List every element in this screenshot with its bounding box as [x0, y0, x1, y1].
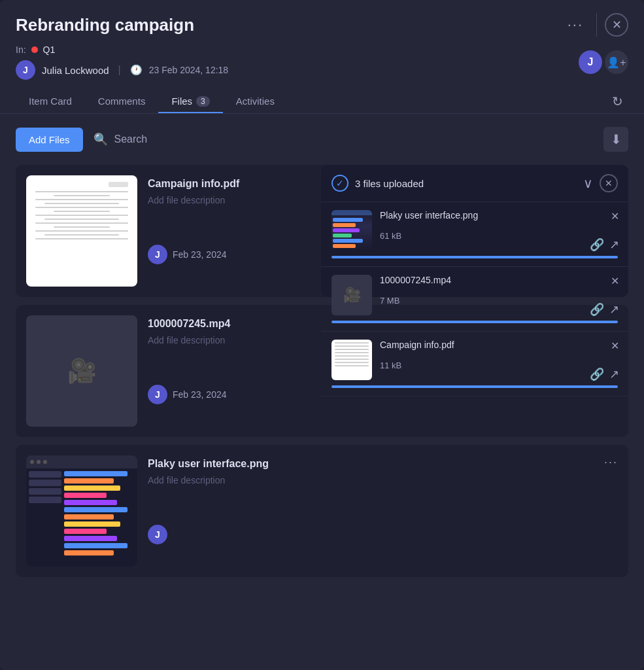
file-menu-button-png[interactable]: ··· — [604, 455, 618, 469]
pdf-line-8 — [44, 219, 119, 220]
upload-file-info-png: Plaky user interface.png 61 kB — [380, 210, 618, 241]
upload-close-pdf[interactable]: ✕ — [611, 340, 619, 352]
close-button[interactable]: ✕ — [605, 13, 628, 37]
big-screenshot-preview — [26, 455, 137, 567]
pdf-line-12 — [44, 234, 119, 236]
tab-files-badge: 3 — [196, 96, 210, 107]
bs-row-5 — [64, 500, 117, 505]
video-preview: 🎥 — [26, 315, 137, 427]
progress-bar-png — [331, 256, 618, 258]
app-container: Rebranding campaign ··· ✕ In: Q1 J Julia… — [0, 0, 644, 670]
bs-row-12 — [64, 550, 114, 555]
upload-close-button[interactable]: ✕ — [600, 174, 618, 192]
pdf-line-4 — [44, 203, 119, 204]
bs-row-7 — [64, 514, 114, 520]
upload-count: 3 files uploaded — [355, 178, 424, 189]
queue-label: Q1 — [43, 44, 56, 55]
upload-file-size-mp4: 7 MB — [380, 296, 618, 306]
upload-thumb-mp4: 🎥 — [331, 275, 372, 315]
file-thumbnail-png — [26, 455, 137, 567]
open-icon-mp4[interactable]: ↗ — [609, 302, 619, 317]
tab-comments[interactable]: Comments — [85, 89, 159, 113]
bs-row-11 — [64, 543, 127, 548]
search-box[interactable]: 🔍 Search — [93, 132, 593, 147]
pipe-divider: | — [118, 64, 121, 76]
file-card-png: Plaky user interface.png Add file descri… — [16, 445, 628, 577]
ss-row-6 — [333, 244, 356, 248]
upload-close-png[interactable]: ✕ — [611, 210, 619, 222]
tab-activities[interactable]: Activities — [223, 89, 288, 113]
upload-thumb-pdf — [331, 340, 372, 380]
bs-sidebar-3 — [29, 488, 61, 495]
header-right-avatars: J 👤+ — [579, 50, 628, 74]
collapse-button[interactable]: ∨ — [583, 175, 593, 191]
pdf-line-13 — [35, 238, 128, 239]
file-footer-png: J — [148, 525, 618, 544]
spdf-4 — [335, 352, 369, 353]
ss-row-3 — [333, 228, 360, 232]
upload-file-info-pdf: Campaign info.pdf 11 kB — [380, 340, 618, 370]
pdf-line-1 — [35, 191, 128, 192]
spdf-6 — [335, 359, 369, 360]
pdf-line-10 — [54, 226, 109, 228]
bs-sidebar-4 — [29, 497, 61, 503]
add-person-button[interactable]: 👤+ — [605, 50, 628, 74]
upload-close-mp4[interactable]: ✕ — [611, 275, 619, 287]
upload-file-row-png: Plaky user interface.png 61 kB — [331, 210, 618, 251]
spdf-2 — [335, 345, 369, 347]
upload-file-name-png: Plaky user interface.png — [380, 210, 618, 220]
more-options-button[interactable]: ··· — [562, 14, 588, 36]
upload-item-mp4: 🎥 1000007245.mp4 7 MB ✕ 🔗 ↗ — [321, 267, 628, 332]
file-card-pdf: Campaign info.pdf Add file description J… — [16, 165, 628, 297]
clock-icon: 🕐 — [130, 64, 143, 76]
header-meta: In: Q1 J Julia Lockwood | 🕐 23 Feb 2024,… — [16, 44, 628, 80]
bs-dot-3 — [43, 460, 47, 464]
pdf-header — [35, 182, 128, 187]
ss-row-5 — [333, 239, 363, 243]
bs-row-3 — [64, 485, 120, 491]
upload-icons-png: 🔗 ↗ — [590, 238, 619, 252]
upload-file-info-mp4: 1000007245.mp4 7 MB — [380, 275, 618, 306]
red-dot-icon — [31, 46, 38, 53]
video-camera-icon: 🎥 — [343, 287, 361, 304]
file-date-pdf: Feb 23, 2024 — [173, 249, 227, 260]
upload-panel-actions: ∨ ✕ — [583, 174, 618, 192]
bs-sidebar — [29, 471, 61, 564]
bs-body — [26, 468, 137, 567]
header-divider — [596, 13, 597, 37]
upload-item-pdf: Campaign info.pdf 11 kB ✕ 🔗 ↗ — [321, 332, 628, 397]
upload-item-png: Plaky user interface.png 61 kB ✕ 🔗 ↗ — [321, 202, 628, 267]
link-icon-pdf[interactable]: 🔗 — [590, 367, 604, 381]
meta-left: In: Q1 J Julia Lockwood | 🕐 23 Feb 2024,… — [16, 44, 228, 80]
bs-topbar — [26, 455, 137, 468]
pdf-line-5 — [35, 207, 128, 208]
pdf-line-7 — [35, 215, 128, 216]
open-icon-png[interactable]: ↗ — [609, 238, 619, 252]
pdf-line-6 — [54, 211, 109, 212]
bs-main — [64, 471, 135, 564]
ss-row-1 — [333, 218, 363, 222]
refresh-button[interactable]: ↻ — [607, 91, 628, 112]
add-files-button[interactable]: Add Files — [16, 128, 83, 152]
upload-panel: ✓ 3 files uploaded ∨ ✕ — [321, 165, 628, 297]
spdf-8 — [335, 365, 369, 366]
screenshot-preview-small — [331, 210, 372, 251]
header-actions: ··· ✕ — [562, 13, 628, 37]
tab-item-card[interactable]: Item Card — [16, 89, 85, 113]
video-camera-large-icon: 🎥 — [67, 357, 97, 385]
page-title: Rebranding campaign — [16, 15, 194, 35]
link-icon-mp4[interactable]: 🔗 — [590, 302, 604, 317]
open-icon-pdf[interactable]: ↗ — [609, 367, 619, 381]
tab-files[interactable]: Files 3 — [158, 89, 222, 113]
bs-row-8 — [64, 521, 120, 527]
search-label: Search — [114, 133, 148, 145]
bs-row-6 — [64, 507, 127, 512]
download-button[interactable]: ⬇ — [603, 127, 628, 152]
file-avatar-png: J — [148, 525, 167, 544]
link-icon-png[interactable]: 🔗 — [590, 238, 604, 252]
ss-row-4 — [333, 234, 352, 238]
pdf-line-2 — [54, 195, 109, 196]
spdf-7 — [335, 362, 369, 363]
pdf-line-3 — [35, 199, 128, 200]
bs-row-4 — [64, 493, 107, 498]
